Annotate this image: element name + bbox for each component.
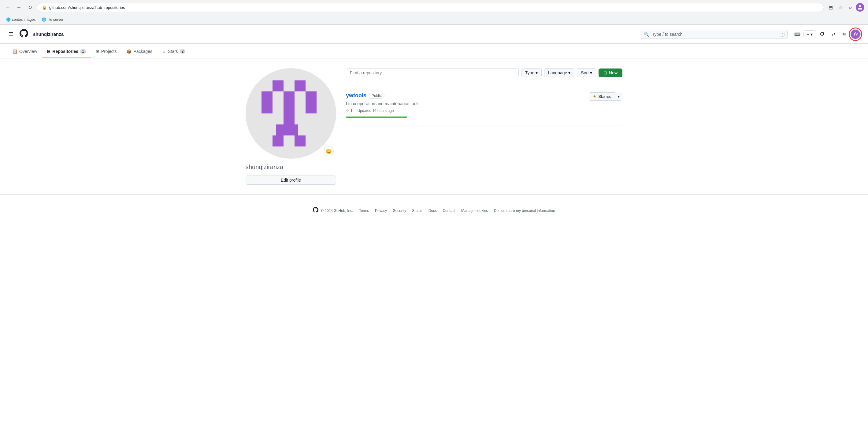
search-bar: 🔍 Type / to search / (641, 30, 787, 39)
svg-rect-12 (273, 81, 283, 91)
footer-docs-link[interactable]: Docs (429, 209, 437, 213)
github-logo[interactable] (20, 29, 28, 39)
footer-status-link[interactable]: Status (412, 209, 423, 213)
cast-button[interactable]: ⬒ (827, 3, 835, 11)
bookmark-centos-images[interactable]: 🌐 centos images (4, 17, 38, 22)
footer-security-link[interactable]: Security (393, 209, 406, 213)
chrome-profile-button[interactable] (856, 3, 864, 11)
stars-icon: ☆ (162, 49, 166, 54)
bookmark-file-server[interactable]: 🌐 file server (39, 17, 66, 22)
svg-rect-1 (855, 32, 856, 33)
svg-rect-21 (273, 102, 283, 114)
sort-filter-button[interactable]: Sort ▾ (577, 68, 596, 78)
address-bar[interactable]: 🔒 github.com/shunqiziranza?tab=repositor… (37, 3, 824, 12)
reload-button[interactable]: ↻ (26, 3, 34, 11)
repo-meta: ☆ 1 Updated 16 hours ago (346, 109, 589, 113)
star-button[interactable]: ★ Starred (589, 92, 615, 101)
svg-rect-24 (306, 102, 316, 114)
bookmark-button[interactable]: ☆ (836, 3, 845, 11)
sort-filter-chevron: ▾ (590, 70, 592, 75)
svg-rect-8 (855, 34, 856, 35)
nav-stars-label: Stars (168, 49, 178, 54)
table-row: ywtools Public Linux operation and maint… (346, 85, 622, 125)
svg-rect-20 (261, 102, 273, 114)
edit-avatar-emoji-button[interactable]: 😊 (324, 147, 334, 156)
search-input[interactable]: Type / to search (641, 30, 787, 39)
header-actions: ⌨ + ▾ ⏱ ⇄ ✉ (793, 29, 861, 39)
inbox-button[interactable]: ✉ (839, 29, 849, 39)
back-button[interactable]: ← (4, 3, 12, 11)
github-footer: © 2024 GitHub, Inc. · Terms · Privacy · … (0, 194, 868, 226)
svg-rect-10 (854, 35, 856, 37)
language-filter-button[interactable]: Language ▾ (544, 68, 575, 78)
profile-nav: 📋 Overview ⊟ Repositories 1 ⊞ Projects 📦… (0, 44, 868, 58)
footer-terms-link[interactable]: Terms (359, 209, 369, 213)
bookmarks-bar: 🌐 centos images 🌐 file server (0, 15, 868, 25)
repos-content: Type ▾ Language ▾ Sort ▾ ⊟ New ywtools (346, 68, 622, 185)
svg-rect-14 (294, 81, 306, 91)
footer-copyright: © 2024 GitHub, Inc. (321, 209, 353, 213)
bookmark-globe-icon-2: 🌐 (41, 18, 46, 22)
nav-packages[interactable]: 📦 Packages (121, 45, 157, 58)
svg-rect-15 (261, 91, 273, 102)
svg-rect-17 (283, 91, 294, 102)
footer-manage-cookies-link[interactable]: Manage cookies (461, 209, 488, 213)
star-dropdown-button[interactable]: ▾ (615, 93, 622, 101)
nav-packages-label: Packages (133, 49, 152, 54)
search-placeholder: Type / to search (652, 32, 683, 37)
star-icon-small: ☆ (346, 109, 349, 113)
forward-button[interactable]: → (15, 3, 23, 11)
new-dropdown-button[interactable]: + ▾ (803, 30, 816, 38)
nav-projects-label: Projects (101, 49, 117, 54)
search-icon: 🔍 (644, 32, 649, 37)
url-text: github.com/shunqiziranza?tab=repositorie… (49, 5, 125, 10)
repo-list: ywtools Public Linux operation and maint… (346, 85, 622, 125)
new-repo-label: New (609, 70, 618, 75)
language-filter-label: Language (548, 70, 567, 75)
svg-rect-25 (273, 114, 283, 124)
sort-filter-label: Sort (581, 70, 589, 75)
repo-filter-row: Type ▾ Language ▾ Sort ▾ ⊟ New (346, 68, 622, 78)
terminal-button[interactable]: ⌨ (793, 29, 802, 39)
nav-projects[interactable]: ⊞ Projects (91, 45, 122, 58)
user-avatar-button[interactable] (850, 29, 861, 39)
new-repo-button[interactable]: ⊟ New (598, 68, 622, 77)
hamburger-menu-button[interactable]: ☰ (7, 30, 15, 39)
find-repo-input[interactable] (346, 68, 519, 78)
repo-name-link[interactable]: ywtools (346, 92, 366, 99)
repos-count-badge: 1 (80, 49, 86, 54)
avatar-container: 😊 (246, 68, 336, 159)
nav-repos-label: Repositories (52, 49, 78, 54)
projects-icon: ⊞ (96, 49, 99, 54)
svg-rect-2 (856, 32, 857, 33)
svg-rect-23 (294, 102, 306, 114)
footer-logo (313, 207, 318, 214)
svg-rect-6 (857, 33, 858, 34)
nav-stars[interactable]: ☆ Stars 2 (157, 45, 190, 58)
svg-rect-18 (294, 91, 306, 102)
svg-rect-19 (306, 91, 316, 102)
star-button-label: Starred (598, 94, 611, 99)
nav-overview[interactable]: 📋 Overview (7, 45, 42, 58)
nav-repositories[interactable]: ⊟ Repositories 1 (42, 45, 91, 58)
sidebar-username: shunqiziranza (246, 164, 336, 171)
svg-rect-7 (854, 34, 855, 35)
footer-privacy-link[interactable]: Privacy (375, 209, 387, 213)
repo-updated: Updated 16 hours ago (358, 109, 394, 113)
profile-sidebar: 😊 shunqiziranza Edit profile (246, 68, 336, 185)
footer-contact-link[interactable]: Contact (442, 209, 455, 213)
plus-icon: + (807, 32, 809, 37)
stars-count-badge: 2 (180, 49, 186, 54)
repo-actions: ★ Starred ▾ (589, 92, 622, 101)
type-filter-button[interactable]: Type ▾ (521, 68, 542, 78)
edit-profile-button[interactable]: Edit profile (246, 176, 336, 185)
repos-icon: ⊟ (47, 49, 51, 54)
timer-button[interactable]: ⏱ (817, 29, 827, 39)
svg-rect-16 (273, 91, 283, 102)
bookmark-globe-icon-1: 🌐 (6, 18, 11, 22)
star-filled-icon: ★ (593, 94, 596, 99)
split-button[interactable]: ▱ (846, 3, 855, 11)
repo-info: ywtools Public Linux operation and maint… (346, 92, 589, 118)
pull-requests-button[interactable]: ⇄ (828, 29, 838, 39)
footer-do-not-share-link[interactable]: Do not share my personal information (494, 209, 555, 213)
